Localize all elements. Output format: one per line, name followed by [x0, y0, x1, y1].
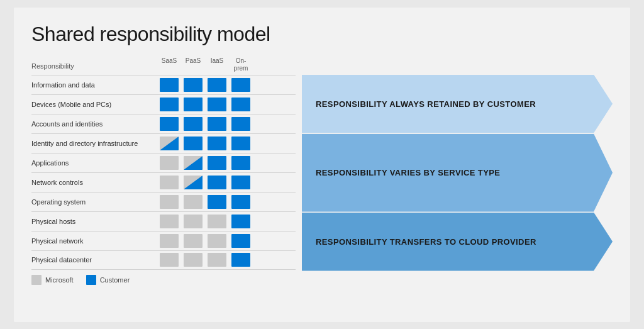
cell	[205, 135, 229, 152]
cell	[229, 76, 253, 94]
table-row: Physical hosts	[31, 211, 296, 231]
row-label: Physical network	[31, 237, 157, 245]
cell-blue	[184, 117, 203, 131]
cell-blue	[184, 137, 203, 150]
banner-text: RESPONSIBILITY VARIES BY SERVICE TYPE	[316, 168, 500, 177]
cell	[157, 76, 181, 94]
table-row: Devices (Mobile and PCs)	[31, 94, 296, 114]
content-area: Responsibility SaaS PaaS IaaS On-prem In…	[31, 57, 613, 290]
cell-gray	[184, 215, 203, 228]
banner-text: RESPONSIBILITY TRANSFERS TO CLOUD PROVID…	[316, 237, 536, 247]
table-row: Network controls	[31, 172, 296, 192]
row-cells	[157, 232, 253, 250]
table-row: Physical network	[31, 231, 296, 250]
slide: Shared responsibility model Responsibili…	[14, 8, 630, 322]
cell-gray	[184, 195, 203, 209]
data-rows: Information and dataDevices (Mobile and …	[31, 75, 296, 270]
cell	[205, 232, 229, 250]
table-row: Applications	[31, 153, 296, 172]
cell	[157, 115, 181, 133]
cell-gray	[208, 234, 226, 248]
cell-gray	[160, 253, 179, 267]
cell	[157, 213, 181, 230]
legend-microsoft: Microsoft	[31, 275, 74, 285]
banner-2: RESPONSIBILITY VARIES BY SERVICE TYPE	[302, 134, 613, 212]
table-row: Identity and directory infrastructure	[31, 133, 296, 153]
col-saas: SaaS	[157, 57, 181, 72]
cell	[205, 154, 229, 172]
row-cells	[157, 76, 253, 94]
row-label: Identity and directory infrastructure	[31, 140, 157, 147]
cell-gray	[160, 156, 179, 170]
col-iaas: IaaS	[205, 57, 229, 72]
cell	[205, 174, 229, 191]
col-headers: SaaS PaaS IaaS On-prem	[157, 57, 253, 72]
column-headers: Responsibility SaaS PaaS IaaS On-prem	[31, 57, 296, 72]
row-label: Operating system	[31, 198, 157, 206]
cell-blue	[231, 78, 250, 92]
cell	[157, 251, 181, 269]
row-cells	[157, 135, 253, 152]
cell	[157, 232, 181, 250]
cell-diagonal	[184, 156, 203, 170]
cell	[229, 232, 253, 250]
cell-diagonal	[160, 137, 179, 150]
banner-wrapper: RESPONSIBILITY VARIES BY SERVICE TYPE	[302, 134, 613, 212]
cell-blue	[208, 117, 226, 131]
cell	[229, 135, 253, 152]
cell-blue	[160, 78, 179, 92]
cell	[181, 174, 205, 191]
cell-blue	[208, 176, 226, 189]
cell	[205, 251, 229, 269]
cell-blue	[231, 253, 250, 267]
cell-blue	[231, 156, 250, 170]
cell-gray	[184, 234, 203, 248]
row-label: Applications	[31, 159, 157, 167]
table-section: Responsibility SaaS PaaS IaaS On-prem In…	[31, 57, 296, 290]
row-label: Physical hosts	[31, 218, 157, 225]
cell	[205, 96, 229, 113]
table-row: Physical datacenter	[31, 250, 296, 270]
cell	[157, 174, 181, 191]
cell	[229, 115, 253, 133]
cell-blue	[184, 78, 203, 92]
cell-gray	[160, 215, 179, 228]
cell-blue	[208, 195, 226, 209]
cell	[181, 154, 205, 172]
row-cells	[157, 115, 253, 133]
row-cells	[157, 193, 253, 211]
row-cells	[157, 96, 253, 113]
row-cells	[157, 213, 253, 230]
responsibility-header: Responsibility	[31, 62, 157, 72]
legend-customer: Customer	[86, 275, 130, 285]
cell-blue	[231, 137, 250, 150]
row-label: Network controls	[31, 179, 157, 186]
cell-blue	[208, 98, 226, 111]
legend-customer-box	[86, 275, 96, 285]
cell	[157, 154, 181, 172]
row-label: Information and data	[31, 81, 157, 89]
cell	[157, 96, 181, 113]
cell	[181, 193, 205, 211]
banner-wrapper: RESPONSIBILITY TRANSFERS TO CLOUD PROVID…	[302, 213, 613, 271]
cell-blue	[231, 176, 250, 189]
banner-3: RESPONSIBILITY TRANSFERS TO CLOUD PROVID…	[302, 213, 613, 271]
cell	[229, 174, 253, 191]
banner-text: RESPONSIBILITY ALWAYS RETAINED BY CUSTOM…	[316, 99, 536, 109]
row-cells	[157, 174, 253, 191]
cell	[229, 251, 253, 269]
table-row: Operating system	[31, 192, 296, 211]
cell	[181, 232, 205, 250]
cell-gray	[160, 176, 179, 189]
row-cells	[157, 251, 253, 269]
legend: Microsoft Customer	[31, 275, 296, 285]
cell	[181, 115, 205, 133]
cell-diagonal	[184, 176, 203, 189]
cell	[205, 193, 229, 211]
cell-blue	[231, 234, 250, 248]
cell-blue	[208, 156, 226, 170]
legend-microsoft-box	[31, 275, 42, 285]
cell	[205, 213, 229, 230]
banner-wrapper: RESPONSIBILITY ALWAYS RETAINED BY CUSTOM…	[302, 75, 613, 133]
row-label: Physical datacenter	[31, 256, 157, 264]
